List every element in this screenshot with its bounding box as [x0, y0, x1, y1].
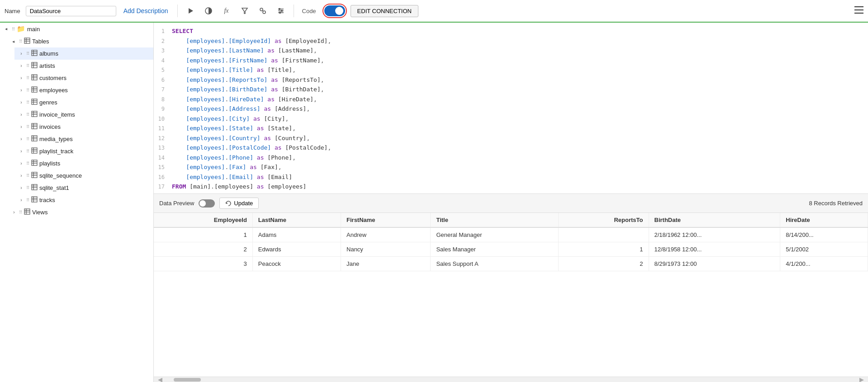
expand-main-arrow[interactable]: ▾ [4, 26, 10, 32]
sidebar-item-invoice-items[interactable]: › ⠿ invoice_items [14, 108, 153, 121]
invoice-items-table-icon [31, 111, 38, 118]
update-button[interactable]: Update [219, 198, 259, 209]
svg-rect-63 [32, 184, 37, 190]
svg-point-9 [279, 9, 280, 10]
expand-customers-arrow[interactable]: › [18, 75, 24, 81]
name-label: Name [5, 8, 20, 14]
filter-button[interactable] [237, 4, 252, 18]
preview-toggle[interactable] [199, 199, 215, 208]
sidebar-item-albums[interactable]: › ⠿ albums [14, 47, 153, 60]
expand-sqlite-stat1-arrow[interactable]: › [18, 185, 24, 191]
table-row[interactable]: 2 Edwards Nancy Sales Manager 1 12/8/195… [154, 242, 868, 257]
table-row[interactable]: 3 Peacock Jane Sales Support A 2 8/29/19… [154, 257, 868, 271]
col-header-birthdate[interactable]: BirthDate [649, 213, 780, 227]
sidebar-item-main[interactable]: ▾ ⠿ 📁 main [0, 23, 153, 35]
sidebar-item-playlists[interactable]: › ⠿ playlists [14, 157, 153, 170]
sidebar-item-invoices[interactable]: › ⠿ invoices [14, 121, 153, 133]
svg-rect-31 [32, 87, 37, 92]
cell-birthdate-2: 12/8/1958 12:00... [649, 242, 780, 257]
cell-hiredate-1: 8/14/200... [780, 227, 868, 242]
drag-handle-playlist-track: ⠿ [26, 149, 29, 154]
table-row[interactable]: 1 Adams Andrew General Manager 2/18/1962… [154, 227, 868, 242]
sidebar-item-tables[interactable]: ▾ ⠿ Tables [7, 35, 153, 47]
data-preview-label: Data Preview [159, 200, 194, 207]
expand-albums-arrow[interactable]: › [18, 51, 24, 57]
playlist-track-label: playlist_track [39, 148, 73, 155]
sidebar-item-sqlite-stat1[interactable]: › ⠿ sqlite_stat1 [14, 182, 153, 194]
cell-birthdate-1: 2/18/1962 12:00... [649, 227, 780, 242]
cell-hiredate-3: 4/1/200... [780, 257, 868, 271]
drag-handle-genres: ⠿ [26, 100, 29, 105]
albums-table-icon [31, 50, 38, 57]
sidebar-item-customers[interactable]: › ⠿ customers [14, 72, 153, 84]
expand-artists-arrow[interactable]: › [18, 63, 24, 69]
col-header-firstname[interactable]: FirstName [341, 213, 431, 227]
add-description-button[interactable]: Add Description [120, 5, 172, 16]
user-arrows-button[interactable] [256, 4, 270, 18]
expand-employees-arrow[interactable]: › [18, 87, 24, 94]
svg-rect-47 [32, 136, 37, 141]
code-line-6: 6 [employees].[ReportsTo] as [ReportsTo]… [154, 75, 868, 85]
col-header-reportsto[interactable]: ReportsTo [559, 213, 649, 227]
code-line-7: 7 [employees].[BirthDate] as [BirthDate]… [154, 85, 868, 94]
drag-handle-tracks: ⠿ [26, 198, 29, 203]
name-input[interactable] [26, 6, 116, 16]
data-table: EmployeeId LastName FirstName Title Repo… [154, 213, 868, 271]
cell-firstname-1: Andrew [341, 227, 431, 242]
svg-rect-12 [854, 6, 863, 7]
sliders-button[interactable] [274, 4, 288, 18]
sidebar-item-employees[interactable]: › ⠿ employees [14, 84, 153, 96]
playlists-label: playlists [39, 160, 60, 167]
code-button[interactable]: Code [299, 6, 319, 16]
expand-invoices-arrow[interactable]: › [18, 124, 24, 130]
col-header-employeeid[interactable]: EmployeeId [154, 213, 252, 227]
play-button[interactable] [183, 4, 198, 18]
code-line-9: 9 [employees].[Address] as [Address], [154, 104, 868, 114]
horizontal-scrollbar[interactable]: ◀ ▶ [154, 377, 868, 382]
svg-line-5 [262, 10, 263, 11]
scroll-right-arrow[interactable]: ▶ [857, 376, 866, 382]
expand-tracks-arrow[interactable]: › [18, 197, 24, 203]
folder-icon-main: 📁 [17, 25, 25, 33]
code-line-14: 14 [employees].[Phone] as [Phone], [154, 153, 868, 163]
top-bar: Name Add Description fx Code [0, 0, 868, 23]
sidebar-item-media-types[interactable]: › ⠿ media_types [14, 133, 153, 145]
circle-half-button[interactable] [201, 4, 216, 18]
code-line-17: 17 FROM [main].[employees] as [employees… [154, 182, 868, 192]
code-line-2: 2 [employees].[EmployeeId] as [EmployeeI… [154, 36, 868, 46]
sidebar-item-genres[interactable]: › ⠿ genres [14, 96, 153, 108]
data-table-container[interactable]: EmployeeId LastName FirstName Title Repo… [154, 213, 868, 377]
drag-handle-media-types: ⠿ [26, 137, 29, 141]
employees-label: employees [39, 87, 68, 94]
expand-views-arrow[interactable]: › [11, 209, 17, 216]
cell-reportsto-1 [559, 227, 649, 242]
sqlite-stat1-label: sqlite_stat1 [39, 184, 69, 191]
expand-media-types-arrow[interactable]: › [18, 136, 24, 142]
records-retrieved: 8 Records Retrieved [809, 200, 863, 207]
col-header-title[interactable]: Title [431, 213, 559, 227]
expand-playlist-track-arrow[interactable]: › [18, 148, 24, 155]
scrollbar-thumb[interactable] [174, 378, 201, 382]
sidebar-item-playlist-track[interactable]: › ⠿ playlist_track [14, 145, 153, 157]
sqlite-sequence-table-icon [31, 172, 38, 179]
expand-sqlite-sequence-arrow[interactable]: › [18, 173, 24, 179]
code-editor[interactable]: 1 SELECT 2 [employees].[EmployeeId] as [… [154, 23, 868, 193]
sidebar-item-views[interactable]: › ⠿ Views [7, 206, 153, 218]
sidebar-item-sqlite-sequence[interactable]: › ⠿ sqlite_sequence [14, 170, 153, 182]
fx-button[interactable]: fx [219, 4, 234, 18]
scroll-left-arrow[interactable]: ◀ [156, 376, 165, 382]
col-header-lastname[interactable]: LastName [252, 213, 341, 227]
sidebar-item-artists[interactable]: › ⠿ artists [14, 60, 153, 72]
col-header-hiredate[interactable]: HireDate [780, 213, 868, 227]
edit-connection-button[interactable]: EDIT CONNECTION [351, 5, 418, 17]
expand-invoice-items-arrow[interactable]: › [18, 112, 24, 118]
expand-playlists-arrow[interactable]: › [18, 160, 24, 167]
sidebar-item-tracks[interactable]: › ⠿ tracks [14, 194, 153, 206]
expand-genres-arrow[interactable]: › [18, 99, 24, 106]
main-toggle[interactable] [324, 5, 345, 16]
hamburger-menu-button[interactable] [854, 6, 863, 16]
tracks-table-icon [31, 196, 38, 204]
svg-rect-23 [32, 62, 37, 68]
expand-tables-arrow[interactable]: ▾ [11, 38, 17, 45]
svg-marker-2 [242, 8, 247, 14]
